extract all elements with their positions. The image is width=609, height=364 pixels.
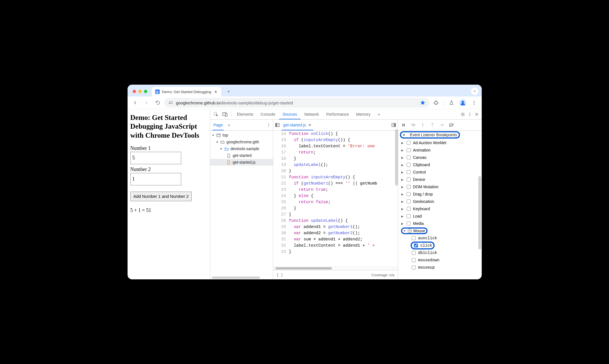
chrome-menu-icon[interactable]	[469, 98, 479, 108]
category-checkbox[interactable]	[407, 214, 411, 218]
category-row[interactable]: ▶Canvas	[398, 154, 482, 161]
breakpoints-section[interactable]: ▼ Event Listener Breakpoints▶Ad Auction …	[398, 131, 482, 279]
navigator-scrollbar[interactable]	[212, 277, 260, 279]
address-bar[interactable]: googlechrome.github.io/devtools-samples/…	[164, 98, 430, 108]
tab-sources[interactable]: Sources	[279, 109, 300, 119]
category-row[interactable]: ▶DOM Mutation	[398, 183, 482, 190]
category-row[interactable]: ▶Geolocation	[398, 198, 482, 205]
event-row[interactable]: mousedown	[398, 256, 482, 264]
event-listener-breakpoints-header[interactable]: ▼ Event Listener Breakpoints	[398, 131, 482, 139]
category-row[interactable]: ▶Drag / drop	[398, 190, 482, 198]
expand-icon[interactable]: ▶	[401, 215, 404, 218]
devtools-close-icon[interactable]	[474, 112, 479, 117]
checkbox-mixed[interactable]	[408, 229, 412, 233]
window-close[interactable]	[133, 90, 136, 93]
category-checkbox[interactable]	[407, 199, 411, 203]
category-checkbox[interactable]	[407, 170, 411, 174]
tree-folder[interactable]: ▼ devtools-sample	[210, 145, 273, 152]
device-toolbar-icon[interactable]	[221, 109, 229, 119]
expand-icon[interactable]: ▶	[401, 156, 404, 159]
category-checkbox[interactable]	[407, 163, 411, 167]
editor-file-tab[interactable]: get-started.js ✕	[282, 120, 314, 130]
event-checkbox[interactable]	[414, 244, 418, 247]
category-row[interactable]: ▶Load	[398, 212, 482, 220]
code-area[interactable]: 1415161718192021222324252627282930313233…	[273, 131, 398, 266]
tree-top[interactable]: ▼ top	[210, 132, 273, 139]
category-checkbox[interactable]	[407, 192, 411, 196]
category-row[interactable]: ▶Ad Auction Worklet	[398, 139, 482, 146]
browser-tab[interactable]: ◎ Demo: Get Started Debugging ✕	[152, 87, 222, 97]
event-checkbox[interactable]	[412, 251, 416, 255]
tab-memory[interactable]: Memory	[353, 109, 374, 119]
event-row[interactable]: auxclick	[398, 234, 482, 242]
category-checkbox[interactable]	[407, 222, 411, 225]
expand-icon[interactable]: ▶	[401, 149, 404, 152]
step-over-icon[interactable]	[411, 122, 416, 128]
site-settings-icon[interactable]	[168, 101, 173, 105]
category-checkbox[interactable]	[407, 148, 411, 152]
tab-network[interactable]: Network	[301, 109, 322, 119]
event-checkbox[interactable]	[412, 266, 416, 269]
file-tree[interactable]: ▼ top ▼ googlechrome.gith ▼ devto	[210, 131, 273, 279]
category-row[interactable]: ▼Mouse	[398, 227, 482, 234]
navigator-tab-page[interactable]: Page	[213, 120, 224, 130]
tab-console[interactable]: Console	[257, 109, 279, 119]
category-row[interactable]: ▶Clipboard	[398, 161, 482, 168]
tab-elements[interactable]: Elements	[234, 109, 257, 119]
code-content[interactable]: function onClick() { if (inputsAreEmpty(…	[289, 131, 398, 266]
labs-icon[interactable]	[447, 98, 456, 108]
close-file-icon[interactable]: ✕	[308, 123, 312, 127]
step-icon[interactable]	[439, 122, 444, 128]
category-checkbox[interactable]	[407, 155, 411, 159]
expand-icon[interactable]: ▶	[401, 185, 404, 188]
window-minimize[interactable]	[138, 90, 142, 93]
new-tab-button[interactable]: ＋	[225, 87, 233, 95]
navigator-overflow-icon[interactable]: »	[228, 123, 230, 127]
input-number-1[interactable]	[130, 152, 181, 164]
category-checkbox[interactable]	[407, 177, 411, 181]
devtools-settings-icon[interactable]	[460, 112, 465, 117]
expand-icon[interactable]: ▶	[401, 178, 404, 181]
expand-icon[interactable]: ▼	[403, 229, 406, 233]
event-row[interactable]: click	[398, 242, 482, 249]
add-button[interactable]: Add Number 1 and Number 2	[130, 192, 192, 201]
category-row[interactable]: ▶Media	[398, 220, 482, 227]
collapse-navigator-icon[interactable]	[275, 123, 280, 127]
category-row[interactable]: ▶Control	[398, 168, 482, 176]
tab-search-button[interactable]	[471, 87, 478, 95]
tab-performance[interactable]: Performance	[323, 109, 352, 119]
tree-origin[interactable]: ▼ googlechrome.gith	[210, 139, 273, 145]
tab-close-icon[interactable]: ✕	[213, 89, 218, 94]
category-checkbox[interactable]	[407, 185, 411, 189]
event-checkbox[interactable]	[412, 258, 416, 262]
step-out-icon[interactable]	[430, 122, 435, 128]
event-row[interactable]: mouseup	[398, 264, 482, 271]
back-button[interactable]	[130, 98, 140, 108]
category-row[interactable]: ▶Keyboard	[398, 205, 482, 212]
event-row[interactable]: dblclick	[398, 249, 482, 256]
expand-icon[interactable]: ▶	[401, 222, 404, 225]
expand-icon[interactable]: ▶	[401, 200, 404, 203]
debugger-v-scrollbar[interactable]	[478, 176, 481, 249]
devtools-menu-icon[interactable]	[468, 112, 472, 117]
pause-icon[interactable]	[401, 122, 406, 128]
expand-icon[interactable]: ▶	[401, 163, 404, 166]
category-checkbox[interactable]	[407, 207, 411, 211]
pretty-print-icon[interactable]: { }	[277, 273, 283, 277]
deactivate-breakpoints-icon[interactable]	[449, 122, 454, 128]
expand-icon[interactable]: ▶	[401, 193, 404, 196]
tree-file-js[interactable]: get-started.js	[210, 159, 273, 166]
window-zoom[interactable]	[144, 90, 147, 93]
expand-icon[interactable]: ▶	[401, 207, 404, 210]
navigator-menu-icon[interactable]	[267, 123, 271, 127]
expand-icon[interactable]: ▶	[401, 141, 404, 144]
inspect-element-icon[interactable]	[212, 109, 220, 119]
forward-button[interactable]	[142, 98, 151, 108]
extensions-icon[interactable]	[431, 98, 441, 108]
tree-file-html[interactable]: get-started	[210, 152, 273, 159]
event-checkbox[interactable]	[412, 236, 416, 240]
expand-icon[interactable]: ▶	[401, 171, 404, 174]
category-row[interactable]: ▶Animation	[398, 146, 482, 154]
category-row[interactable]: ▶Device	[398, 176, 482, 183]
step-into-icon[interactable]	[420, 122, 425, 128]
